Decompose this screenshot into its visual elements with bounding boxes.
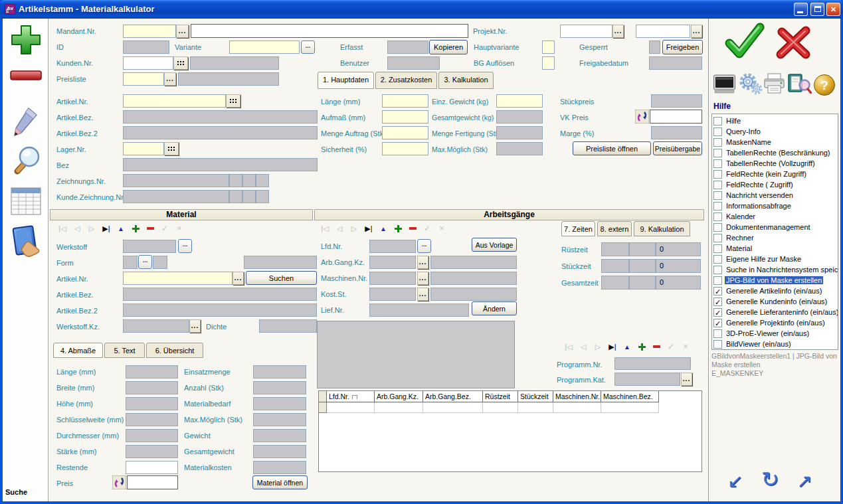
help-list-item[interactable]: Suche in Nachrichtensystem speich — [712, 264, 838, 275]
preisuebergabe-button[interactable]: Preisübergabe — [653, 141, 702, 155]
preisliste-lookup-button[interactable]: ... — [164, 72, 176, 86]
checkbox-icon[interactable] — [713, 191, 722, 200]
mandant-name-field[interactable] — [191, 24, 468, 38]
help-list-item[interactable]: Dokumentenmanagement — [712, 222, 838, 232]
sicherheit-field[interactable] — [382, 142, 428, 155]
tab-kalkulation[interactable]: 3. Kalkulation — [438, 72, 494, 89]
werkstoff-lookup-button[interactable]: ... — [178, 239, 192, 253]
help-list-item[interactable]: Rechner — [712, 232, 838, 243]
back-arrow-icon[interactable]: ↙ — [727, 470, 743, 492]
add-button[interactable] — [3, 24, 48, 58]
maximize-button[interactable] — [810, 3, 824, 16]
form-lookup-button[interactable]: ... — [138, 255, 152, 269]
table-column-header[interactable]: Arb.Gang.Kz. — [375, 391, 423, 402]
price-update-icon[interactable] — [112, 475, 126, 489]
laenge-field[interactable] — [382, 94, 428, 108]
table-column-header[interactable]: Maschinen.Bez. — [601, 391, 659, 402]
nav-cancel-icon[interactable]: × — [678, 342, 693, 352]
nav-prior-icon[interactable]: ◁ — [332, 224, 347, 234]
programm-kat-lookup-button[interactable]: ... — [681, 373, 692, 386]
print-icon[interactable] — [763, 73, 785, 95]
variante-field[interactable] — [229, 41, 300, 54]
checkbox-icon[interactable] — [713, 117, 722, 126]
maschinen-nr-lookup-button[interactable]: ... — [417, 272, 428, 285]
checkbox-icon[interactable] — [713, 329, 722, 338]
nav-insert-icon[interactable] — [634, 342, 649, 352]
search-button[interactable] — [3, 143, 48, 179]
refresh-arrow-icon[interactable]: ↻ — [761, 467, 779, 492]
nav-next-icon[interactable]: ▷ — [84, 224, 99, 234]
material-artikel-nr-field[interactable] — [123, 272, 233, 285]
help-list[interactable]: HilfeQuery-InfoMaskenNameTabellenRechte … — [711, 114, 838, 350]
tab-extern[interactable]: 8. extern — [597, 221, 632, 236]
help-list-item[interactable]: JPG-Bild von Maske erstellen — [712, 275, 838, 286]
projekt-nr-field-1[interactable] — [560, 25, 612, 38]
variante-lookup-button[interactable]: ... — [301, 41, 315, 54]
checkbox-icon[interactable]: ✓ — [713, 297, 722, 306]
checkbox-icon[interactable] — [713, 159, 722, 168]
nav-cancel-icon[interactable]: × — [434, 224, 449, 234]
material-oeffnen-button[interactable]: Material öffnen — [252, 475, 308, 489]
nav-first-icon[interactable]: |◁ — [55, 224, 70, 234]
tab-uebersicht[interactable]: 6. Übersicht — [146, 343, 203, 358]
delete-button[interactable] — [3, 70, 48, 84]
help-list-item[interactable]: Kalender — [712, 211, 838, 222]
help-list-item[interactable]: FeldRechte (kein Zugriff) — [712, 169, 838, 179]
table-column-header[interactable]: Maschinen.Nr. — [553, 391, 601, 402]
nav-insert-icon[interactable] — [128, 224, 143, 234]
freigeben-button[interactable]: Freigeben — [662, 40, 703, 54]
kost-st-lookup-button[interactable]: ... — [417, 288, 428, 301]
aendern-button[interactable]: Ändern — [472, 301, 517, 315]
cancel-button[interactable] — [774, 25, 812, 60]
preisliste-oeffnen-button[interactable]: Preisliste öffnen — [573, 141, 651, 155]
projekt-nr-lookup-button-2[interactable]: ... — [691, 25, 702, 38]
suchen-button[interactable]: Suchen — [246, 271, 317, 285]
mat-preis-field[interactable] — [127, 475, 178, 489]
tab-zusatzkosten[interactable]: 2. Zusatzkosten — [375, 72, 437, 89]
checkbox-icon[interactable] — [713, 234, 722, 242]
help-list-item[interactable]: Nachricht versenden — [712, 190, 838, 201]
nav-post-icon[interactable]: ✓ — [420, 224, 434, 234]
werkstoff-kz-lookup-button[interactable]: ... — [189, 319, 201, 333]
close-button[interactable]: ✕ — [826, 3, 840, 16]
artikel-nr-lookup-button[interactable] — [226, 94, 240, 108]
minimize-button[interactable] — [794, 3, 808, 16]
nav-post-icon[interactable]: ✓ — [157, 224, 172, 234]
checkbox-icon[interactable] — [713, 255, 722, 264]
checkbox-icon[interactable]: ✓ — [713, 319, 722, 327]
help-list-item[interactable]: Query-Info — [712, 126, 838, 137]
checkbox-icon[interactable] — [713, 138, 722, 147]
checkbox-icon[interactable]: ✓ — [713, 287, 722, 295]
checkbox-icon[interactable] — [713, 127, 722, 136]
help-icon[interactable]: ? — [813, 74, 836, 96]
nav-insert-icon[interactable] — [391, 224, 405, 234]
help-list-item[interactable]: ✓Generelle Kundeninfo (ein/aus) — [712, 296, 838, 307]
tab-hauptdaten[interactable]: 1. Hauptdaten — [318, 72, 374, 89]
ok-button[interactable] — [723, 22, 765, 60]
restende-field[interactable] — [126, 461, 178, 474]
checkbox-icon[interactable] — [713, 170, 722, 179]
help-list-item[interactable]: ✓Generelle Lieferanteninfo (ein/aus) — [712, 307, 838, 317]
lfd-nr-lookup-button[interactable]: ... — [417, 239, 431, 253]
nav-prior-icon[interactable]: ◁ — [576, 342, 591, 352]
menge-auftrag-field[interactable] — [382, 126, 428, 139]
nav-delete-icon[interactable] — [405, 224, 420, 234]
monitor-icon[interactable] — [713, 74, 735, 94]
help-list-item[interactable]: Material — [712, 243, 838, 254]
bg-aufloesen-checkbox[interactable] — [542, 56, 555, 70]
nav-last-icon[interactable]: ▶| — [361, 224, 376, 234]
help-list-item[interactable]: FeldRechte ( Zugriff) — [712, 179, 838, 190]
mandant-nr-field[interactable] — [123, 25, 176, 38]
checkbox-icon[interactable] — [713, 340, 722, 349]
einz-gewicht-field[interactable] — [496, 94, 543, 108]
nav-last-icon[interactable]: ▶| — [605, 342, 620, 352]
nav-delete-icon[interactable] — [143, 224, 157, 234]
nav-post-icon[interactable]: ✓ — [664, 342, 678, 352]
nav-delete-icon[interactable] — [649, 342, 664, 352]
vk-preis-field[interactable] — [650, 110, 702, 124]
projekt-nr-field-2[interactable] — [636, 25, 690, 38]
edit-button[interactable] — [3, 104, 48, 141]
kopieren-button[interactable]: Kopieren — [429, 40, 468, 54]
nav-prior-icon[interactable]: ◁ — [70, 224, 84, 234]
help-list-item[interactable]: ✓Generelle Projektinfo (ein/aus) — [712, 317, 838, 328]
